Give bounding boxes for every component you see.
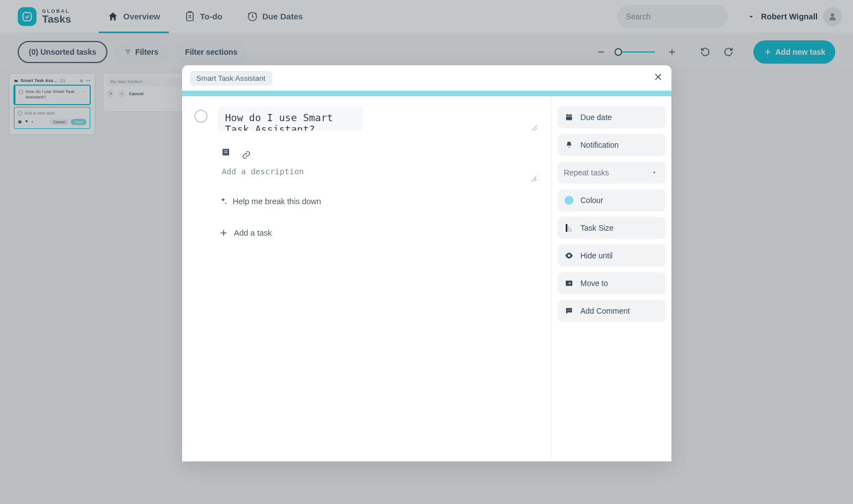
eye-icon bbox=[564, 251, 574, 261]
calendar-icon bbox=[565, 113, 573, 122]
prop-notification[interactable]: Notification bbox=[557, 134, 666, 156]
modal-main: Help me break this down Add a task bbox=[182, 96, 551, 461]
move-to-icon bbox=[565, 279, 573, 288]
close-icon bbox=[653, 71, 664, 82]
add-subtask-label: Add a task bbox=[234, 228, 272, 237]
prop-due-date-label: Due date bbox=[581, 113, 612, 122]
svg-point-10 bbox=[568, 310, 569, 310]
prop-colour[interactable]: Colour bbox=[557, 189, 666, 211]
prop-repeat[interactable]: Repeat tasks bbox=[557, 162, 666, 184]
prop-hide-until[interactable]: Hide until bbox=[557, 245, 666, 267]
prop-due-date[interactable]: Due date bbox=[557, 106, 666, 128]
breadcrumb-chip[interactable]: Smart Task Assistant bbox=[190, 71, 272, 86]
note-icon[interactable] bbox=[221, 147, 231, 157]
prop-hide-until-label: Hide until bbox=[581, 251, 613, 260]
colour-swatch-icon bbox=[565, 196, 573, 205]
ai-breakdown-button[interactable]: Help me break this down bbox=[219, 197, 539, 206]
description-block bbox=[219, 145, 539, 184]
link-icon[interactable] bbox=[242, 150, 251, 159]
prop-add-comment[interactable]: Add Comment bbox=[557, 300, 666, 322]
svg-rect-6 bbox=[223, 149, 229, 155]
prop-add-comment-label: Add Comment bbox=[581, 306, 630, 315]
breadcrumb-label: Smart Task Assistant bbox=[197, 74, 266, 82]
prop-task-size[interactable]: Task Size bbox=[557, 217, 666, 239]
prop-colour-label: Colour bbox=[581, 196, 603, 205]
modal-close-button[interactable] bbox=[653, 71, 664, 85]
chevron-down-icon bbox=[650, 169, 658, 176]
modal-header: Smart Task Assistant bbox=[182, 65, 671, 91]
modal-properties: Due date Notification Repeat tasks Colou… bbox=[551, 96, 671, 461]
sparkle-icon bbox=[219, 197, 228, 206]
resize-grip-icon bbox=[531, 125, 537, 131]
svg-point-11 bbox=[570, 310, 570, 310]
prop-move-to-label: Move to bbox=[581, 279, 608, 288]
bell-icon bbox=[565, 141, 573, 149]
ai-breakdown-label: Help me break this down bbox=[233, 197, 322, 206]
add-subtask-button[interactable]: Add a task bbox=[219, 228, 539, 238]
prop-task-size-label: Task Size bbox=[581, 224, 614, 232]
task-complete-toggle[interactable] bbox=[194, 110, 208, 123]
prop-move-to[interactable]: Move to bbox=[557, 272, 666, 294]
prop-notification-label: Notification bbox=[581, 141, 619, 149]
modal-accent-bar bbox=[182, 91, 671, 96]
task-title-input[interactable] bbox=[218, 106, 363, 131]
svg-point-9 bbox=[567, 310, 568, 310]
comment-icon bbox=[565, 306, 573, 315]
svg-rect-7 bbox=[566, 115, 572, 120]
description-input[interactable] bbox=[219, 163, 539, 181]
task-detail-modal: Smart Task Assistant bbox=[182, 65, 671, 461]
task-size-icon bbox=[566, 224, 572, 232]
modal-scrim[interactable]: Smart Task Assistant bbox=[0, 0, 853, 504]
plus-icon bbox=[219, 228, 229, 238]
prop-repeat-label: Repeat tasks bbox=[564, 168, 609, 177]
